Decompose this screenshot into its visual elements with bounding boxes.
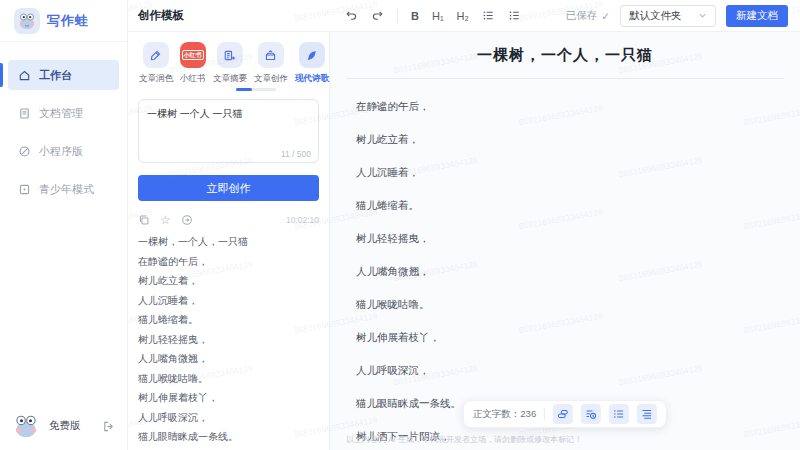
sidebar-item-documents[interactable]: 文档管理 <box>8 98 119 128</box>
tab-article-polish[interactable]: 文章润色 <box>138 42 173 85</box>
feather-icon <box>299 42 325 68</box>
result-line: 猫儿喉咙咕噜。 <box>138 374 319 385</box>
ordered-list-button[interactable] <box>508 9 521 22</box>
doc-line: 树儿轻轻摇曳， <box>356 233 800 244</box>
tab-label: 文章创作 <box>254 72 287 84</box>
redo-button[interactable] <box>371 9 384 22</box>
sidebar-item-miniprogram[interactable]: 小程序版 <box>8 136 119 166</box>
tabs-scrollbar-thumb[interactable] <box>236 88 252 91</box>
result-line: 一棵树，一个人，一只猫 <box>138 237 319 248</box>
sidebar-menu: 工作台 文档管理 小程序版 青少年模式 <box>0 52 127 220</box>
sidebar: 写作蛙 工作台 文档管理 小程序版 青少年模式 免费版 <box>0 0 128 450</box>
rewrite-icon <box>557 408 569 420</box>
chevron-down-icon <box>698 11 707 20</box>
template-tabs: 文章润色 小红书 小红书 文章摘要 文章创作 现代诗歌 <box>138 42 319 85</box>
sidebar-item-teen-mode[interactable]: 青少年模式 <box>8 174 119 204</box>
word-count-label: 正文字数： <box>473 408 521 419</box>
result-line: 人儿嘴角微翘， <box>138 354 319 365</box>
sidebar-item-label: 工作台 <box>39 68 72 83</box>
result-line: 树儿伸展着枝丫， <box>138 393 319 404</box>
document-editor[interactable]: 一棵树，一个人，一只猫 在静谧的午后， 树儿屹立着， 人儿沉睡着， 猫儿蜷缩着。… <box>330 32 800 450</box>
toolbar-divider <box>397 9 398 23</box>
editor-toolbar: B H₁ H₂ <box>345 9 521 23</box>
frog-logo-icon <box>14 8 40 34</box>
topbar-right: 已保存 ✓ 默认文件夹 新建文档 <box>566 5 800 27</box>
history-button[interactable] <box>581 404 601 424</box>
summary-button[interactable] <box>637 404 657 424</box>
doc-line: 人儿嘴角微翘， <box>356 266 800 277</box>
ai-disclaimer: 以上内容为 AI 生成，不代表开发者立场，请勿删除或修改本标记！ <box>346 434 582 445</box>
logout-icon <box>102 420 115 433</box>
doc-line: 猫儿蜷缩着。 <box>356 200 800 211</box>
home-icon <box>18 69 31 82</box>
floating-toolbar: 正文字数：236 <box>463 400 667 428</box>
doc-line: 树儿屹立着， <box>356 134 800 145</box>
indent-list-icon <box>641 408 653 420</box>
favorite-button[interactable]: ☆ <box>160 214 171 226</box>
logout-button[interactable] <box>102 420 115 433</box>
doc-line: 在静谧的午后， <box>356 101 800 112</box>
pen-icon <box>143 42 169 68</box>
heading1-button[interactable]: H₁ <box>432 10 444 22</box>
check-icon: ✓ <box>601 10 610 22</box>
tab-article-summary[interactable]: 文章摘要 <box>212 42 247 85</box>
copy-icon <box>138 214 150 226</box>
result-actions: ☆ 10:02:10 <box>138 214 319 226</box>
result-line: 猫儿蜷缩着。 <box>138 315 319 326</box>
sidebar-item-workbench[interactable]: 工作台 <box>8 60 119 90</box>
logo: 写作蛙 <box>0 0 127 42</box>
outline-button[interactable] <box>609 404 629 424</box>
plan-badge: 免费版 <box>49 419 81 433</box>
heading2-button[interactable]: H₂ <box>457 10 469 22</box>
xiaohongshu-icon-text: 小红书 <box>182 50 204 60</box>
document-body[interactable]: 在静谧的午后， 树儿屹立着， 人儿沉睡着， 猫儿蜷缩着。 树儿轻轻摇曳， 人儿嘴… <box>330 79 800 442</box>
insert-button[interactable] <box>181 214 193 226</box>
new-document-button[interactable]: 新建文档 <box>726 5 788 27</box>
bullet-list-button[interactable] <box>482 9 495 22</box>
result-text: 一棵树，一个人，一只猫 在静谧的午后， 树儿屹立着， 人儿沉睡着， 猫儿蜷缩着。… <box>138 237 319 450</box>
toolbar-divider <box>544 408 545 420</box>
folder-select[interactable]: 默认文件夹 <box>620 5 716 27</box>
result-line: 树儿屹立着， <box>138 276 319 287</box>
tab-label: 现代诗歌 <box>295 72 328 84</box>
save-status: 已保存 ✓ <box>566 9 610 23</box>
summary-doc-icon <box>217 42 243 68</box>
word-count-value: 236 <box>520 408 536 419</box>
tab-xiaohongshu[interactable]: 小红书 小红书 <box>179 42 206 85</box>
tab-label: 文章润色 <box>139 72 172 84</box>
xiaohongshu-icon: 小红书 <box>180 42 206 68</box>
copy-button[interactable] <box>138 214 150 226</box>
page-title: 创作模板 <box>138 8 184 23</box>
result-line: 人儿沉睡着， <box>138 296 319 307</box>
document-icon <box>18 107 31 120</box>
sidebar-item-label: 文档管理 <box>39 106 83 121</box>
template-panel: 文章润色 小红书 小红书 文章摘要 文章创作 现代诗歌 <box>128 32 330 450</box>
miniprogram-icon <box>18 145 31 158</box>
ordered-list-icon <box>508 9 521 22</box>
tabs-scrollbar[interactable] <box>236 88 276 91</box>
word-count: 正文字数：236 <box>473 408 536 421</box>
doc-line: 猫儿喉咙咕噜。 <box>356 299 800 310</box>
bold-button[interactable]: B <box>411 10 419 22</box>
history-list-icon <box>585 408 597 420</box>
redo-icon <box>371 9 384 22</box>
result-timestamp: 10:02:10 <box>286 215 319 225</box>
create-now-button[interactable]: 立即创作 <box>138 175 319 201</box>
result-line: 人儿呼吸深沉， <box>138 413 319 424</box>
tab-article-create[interactable]: 文章创作 <box>253 42 288 85</box>
rewrite-button[interactable] <box>553 404 573 424</box>
sidebar-item-label: 小程序版 <box>39 144 83 159</box>
char-counter: 11 / 500 <box>281 149 311 159</box>
save-status-label: 已保存 <box>566 9 598 23</box>
topbar: 创作模板 B H₁ H₂ 已保存 ✓ 默认文件夹 新建文档 <box>128 0 800 32</box>
prompt-area: 一棵树 一个人 一只猫 11 / 500 <box>138 99 319 165</box>
arrow-circle-icon <box>181 214 193 226</box>
tab-label: 文章摘要 <box>213 72 246 84</box>
folder-select-value: 默认文件夹 <box>629 9 682 23</box>
undo-button[interactable] <box>345 9 358 22</box>
result-line: 树儿轻轻摇曳， <box>138 335 319 346</box>
tab-modern-poetry[interactable]: 现代诗歌 <box>294 42 329 85</box>
tab-label: 小红书 <box>180 72 206 84</box>
sidebar-footer: 免费版 <box>0 402 127 450</box>
document-title: 一棵树，一个人，一只猫 <box>330 46 800 65</box>
